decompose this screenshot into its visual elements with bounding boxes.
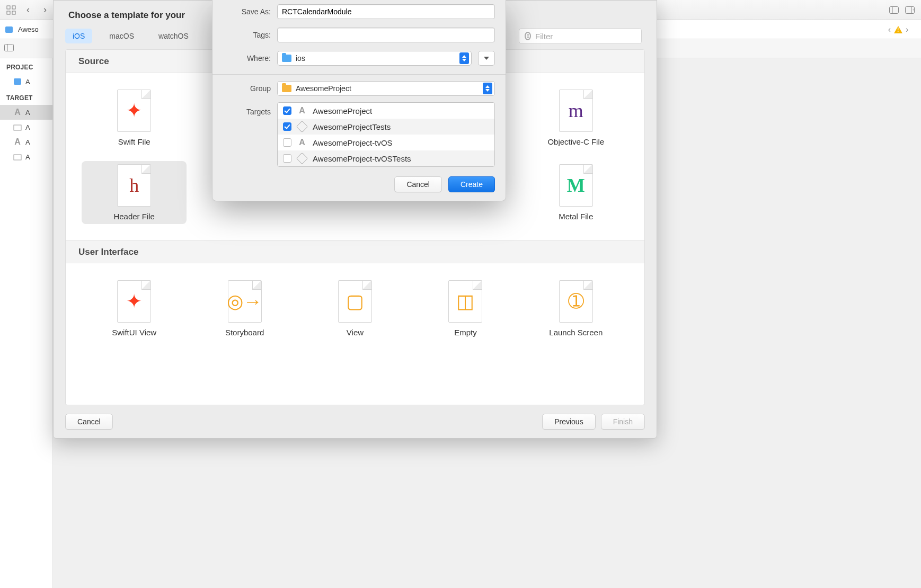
issue-prev-icon[interactable]: ‹ xyxy=(888,25,891,34)
target-checkbox[interactable] xyxy=(283,122,291,131)
template-label: Launch Screen xyxy=(549,328,603,337)
template-label: SwiftUI View xyxy=(112,328,156,337)
target-item-2[interactable]: A xyxy=(0,135,52,149)
template-label: Metal File xyxy=(559,212,593,221)
save-cancel-button[interactable]: Cancel xyxy=(394,176,442,192)
where-select[interactable]: ios xyxy=(277,51,472,66)
metal-icon: M xyxy=(567,174,585,197)
target-row-2[interactable]: AwesomeProject-tvOS xyxy=(278,135,494,150)
bundle-icon xyxy=(13,152,22,162)
tags-input[interactable] xyxy=(277,28,495,42)
svg-rect-4 xyxy=(890,7,899,14)
template-header-file[interactable]: h Header File xyxy=(82,161,187,224)
nav-back-button[interactable]: ‹ xyxy=(21,3,35,17)
save-as-label: Save As: xyxy=(223,7,271,16)
appstore-icon xyxy=(13,137,22,147)
group-select[interactable]: AwesomeProject xyxy=(277,81,495,96)
project-name[interactable]: Aweso xyxy=(18,25,39,33)
svg-rect-2 xyxy=(7,11,10,14)
template-metal-file[interactable]: M Metal File xyxy=(524,161,628,224)
tab-watchos[interactable]: watchOS xyxy=(151,29,196,43)
target-label: AwesomeProject-tvOS xyxy=(313,138,393,147)
target-row-0[interactable]: AwesomeProject xyxy=(278,103,494,119)
svg-rect-10 xyxy=(5,44,14,51)
where-label: Where: xyxy=(223,54,271,63)
save-sheet: Save As: Tags: Where: ios Group AwesomeP… xyxy=(212,0,506,201)
target-label: AwesomeProject-tvOSTests xyxy=(313,154,411,163)
swift-icon: ✦ xyxy=(126,100,142,122)
test-icon xyxy=(297,121,307,132)
warning-icon xyxy=(894,26,902,33)
view-icon: ▢ xyxy=(346,290,364,313)
project-root-item[interactable]: A xyxy=(0,74,52,89)
project-root-label: A xyxy=(25,78,30,86)
template-label: Swift File xyxy=(118,137,150,146)
project-section-heading: PROJEC xyxy=(0,58,52,74)
template-label: Storyboard xyxy=(225,328,264,337)
tab-ios[interactable]: iOS xyxy=(65,29,92,43)
expand-button[interactable] xyxy=(478,51,495,66)
panels-icon[interactable] xyxy=(4,44,14,53)
svg-rect-13 xyxy=(14,125,21,130)
panel-right-add-icon[interactable]: + xyxy=(903,3,917,17)
swift-icon: ✦ xyxy=(126,290,142,313)
folder-icon xyxy=(282,55,291,62)
target-item-3[interactable]: A xyxy=(0,149,52,164)
finish-button: Finish xyxy=(601,414,645,430)
issue-next-icon[interactable]: › xyxy=(906,25,908,34)
project-navigator: PROJEC A TARGET A A A A xyxy=(0,58,53,588)
target-label: AwesomeProject xyxy=(313,106,372,115)
template-swiftui-view[interactable]: ✦ SwiftUI View xyxy=(82,277,187,340)
target-item-label: A xyxy=(25,109,30,117)
bundle-icon xyxy=(13,122,22,132)
filter-input[interactable] xyxy=(535,32,636,41)
project-icon xyxy=(4,25,14,34)
save-as-input[interactable] xyxy=(277,4,495,19)
target-row-3[interactable]: AwesomeProject-tvOSTests xyxy=(278,150,494,166)
target-label: AwesomeProjectTests xyxy=(313,122,391,131)
svg-rect-9 xyxy=(5,26,13,33)
grid-icon[interactable] xyxy=(4,3,18,17)
cancel-button[interactable]: Cancel xyxy=(65,414,113,430)
template-swift-file[interactable]: ✦ Swift File xyxy=(82,86,187,149)
template-launch-screen[interactable]: ➀ Launch Screen xyxy=(524,277,628,340)
template-objc-file[interactable]: m Objective-C File xyxy=(524,86,628,149)
template-label: View xyxy=(347,328,364,337)
template-empty[interactable]: ◫ Empty xyxy=(413,277,518,340)
warning-badge[interactable] xyxy=(894,26,902,33)
filter-icon xyxy=(525,32,531,40)
template-storyboard[interactable]: ◎→ Storyboard xyxy=(192,277,297,340)
target-item-label: A xyxy=(25,138,30,146)
targets-list: AwesomeProject AwesomeProjectTests Aweso… xyxy=(277,102,495,167)
stepper-icon xyxy=(483,83,492,94)
tab-macos[interactable]: macOS xyxy=(102,29,141,43)
target-item-1[interactable]: A xyxy=(0,120,52,135)
target-checkbox[interactable] xyxy=(283,106,291,115)
nav-forward-button[interactable]: › xyxy=(38,3,52,17)
launch-icon: ➀ xyxy=(568,290,584,313)
target-row-1[interactable]: AwesomeProjectTests xyxy=(278,119,494,135)
template-view[interactable]: ▢ View xyxy=(303,277,408,340)
target-item-label: A xyxy=(25,123,30,131)
svg-rect-0 xyxy=(7,6,10,9)
section-ui-title: User Interface xyxy=(66,240,644,263)
previous-button[interactable]: Previous xyxy=(542,414,595,430)
svg-rect-14 xyxy=(14,155,21,160)
target-checkbox[interactable] xyxy=(283,138,291,147)
target-checkbox[interactable] xyxy=(283,154,291,163)
svg-text:+: + xyxy=(913,7,915,12)
target-item-label: A xyxy=(25,153,30,161)
filter-field[interactable] xyxy=(519,28,642,44)
targets-label: Targets xyxy=(223,104,271,116)
header-h-icon: h xyxy=(129,174,139,197)
create-button[interactable]: Create xyxy=(448,176,495,192)
svg-rect-12 xyxy=(14,78,21,85)
target-item-0[interactable]: A xyxy=(0,105,52,120)
svg-rect-3 xyxy=(12,11,15,14)
panel-left-icon[interactable] xyxy=(887,3,901,17)
template-label: Empty xyxy=(454,328,477,337)
project-root-icon xyxy=(13,77,22,86)
targets-section-heading: TARGET xyxy=(0,89,52,105)
sheet-footer: Cancel Previous Finish xyxy=(54,405,657,438)
issue-navigator-strip: ‹ › xyxy=(875,20,921,39)
